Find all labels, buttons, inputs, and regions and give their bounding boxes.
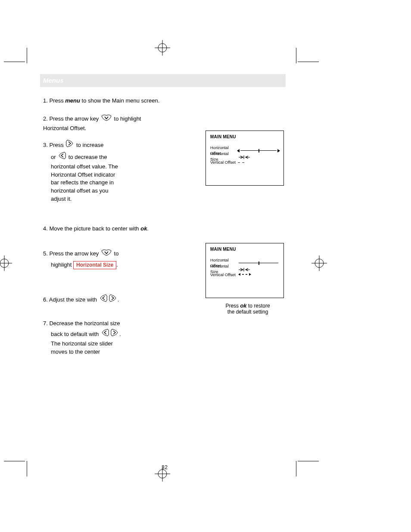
- menu-key-label: menu: [65, 97, 80, 104]
- arrow-left-icon: [58, 151, 66, 163]
- step-3: 3. Press to increase or to decrease the …: [43, 139, 151, 203]
- arrow-left-icon: [101, 328, 109, 340]
- section-header-bar: [40, 74, 286, 87]
- ok-key-label: ok: [140, 225, 147, 232]
- screen-title: MAIN MENU: [210, 246, 279, 252]
- ok-key-label: ok: [240, 302, 246, 309]
- step-6: 6. Adjust the size with .: [43, 293, 164, 305]
- registration-mark-bottom-center: [155, 466, 170, 482]
- step-number: 1.: [43, 97, 48, 104]
- step-number: 3.: [43, 142, 48, 148]
- step-number: 5.: [43, 250, 48, 257]
- screen-caption: Press ok to restore the default setting: [215, 302, 280, 315]
- arrow-down-icon: [101, 249, 112, 259]
- step-number: 4.: [43, 225, 48, 232]
- vertical-offset-indicator: [238, 272, 258, 279]
- step-5: 5. Press the arrow key to highlight Hori…: [43, 249, 164, 269]
- horizontal-offset-slider: [238, 149, 279, 153]
- step-number: 6.: [43, 296, 48, 303]
- horizontal-size-indicator: [238, 267, 251, 271]
- step-1: 1. Press menu to show the Main menu scre…: [43, 97, 185, 105]
- registration-mark-top-center: [155, 40, 170, 56]
- registration-mark-mid-right: [311, 255, 327, 271]
- arrow-right-icon: [110, 328, 119, 340]
- step-2: 2. Press the arrow key to highlight Hori…: [43, 114, 146, 133]
- tv-screen-horizontal-offset: MAIN MENU Horizontal Offset Horizontal S…: [206, 131, 284, 186]
- section-header-text: Menus: [43, 77, 64, 84]
- vertical-offset-dashes: – –: [238, 160, 245, 165]
- arrow-left-icon: [99, 293, 108, 305]
- arrow-down-icon: [101, 114, 112, 124]
- registration-mark-mid-left: [0, 255, 12, 271]
- screen-title: MAIN MENU: [210, 134, 279, 140]
- arrow-right-icon: [109, 293, 117, 305]
- step-4: 4. Move the picture back to center with …: [43, 225, 190, 233]
- step-number: 7.: [43, 320, 48, 327]
- step-7: 7. Decrease the horizontal size back to …: [43, 320, 164, 356]
- step-number: 2.: [43, 115, 48, 122]
- horizontal-offset-slider: [238, 261, 279, 265]
- highlighted-menu-item: Horizontal Size: [73, 261, 116, 269]
- arrow-right-icon: [65, 139, 74, 151]
- horizontal-size-indicator: [238, 155, 251, 159]
- tv-screen-horizontal-size: MAIN MENU Horizontal Offset Horizontal S…: [206, 243, 284, 298]
